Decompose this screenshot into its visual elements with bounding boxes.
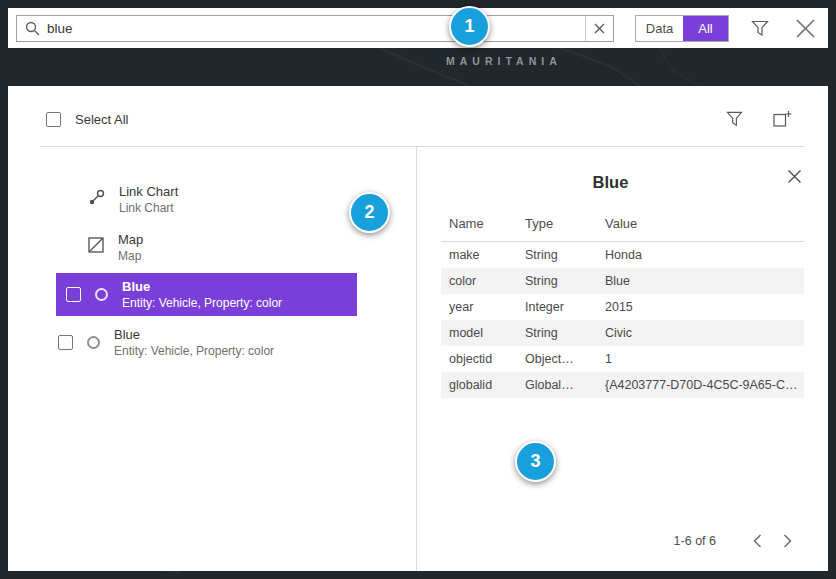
table-row[interactable]: color String Blue bbox=[441, 268, 804, 294]
item-checkbox[interactable] bbox=[66, 287, 81, 302]
table-header: Name Type Value bbox=[441, 212, 804, 242]
table-row[interactable]: objectid Object… 1 bbox=[441, 346, 804, 372]
item-title: Blue bbox=[114, 327, 274, 342]
detail-panel: Blue Name Type Value make String Hond bbox=[417, 147, 828, 571]
select-all-checkbox[interactable] bbox=[46, 112, 61, 127]
results-panel: Select All Link Chart bbox=[8, 86, 828, 571]
detail-close-icon[interactable] bbox=[787, 169, 802, 184]
cell-type: Global… bbox=[525, 378, 605, 392]
table-row[interactable]: model String Civic bbox=[441, 320, 804, 346]
link-chart-icon bbox=[88, 189, 105, 210]
attribute-table: Name Type Value make String Honda color … bbox=[441, 212, 804, 398]
list-item-map[interactable]: Map Map bbox=[8, 223, 416, 271]
clear-search-button[interactable] bbox=[586, 16, 613, 41]
cell-name: make bbox=[449, 248, 525, 262]
annotation-badge-2: 2 bbox=[349, 192, 390, 233]
cell-type: String bbox=[525, 248, 605, 262]
cell-name: model bbox=[449, 326, 525, 340]
scope-data-button[interactable]: Data bbox=[636, 16, 683, 41]
item-subtitle: Map bbox=[118, 249, 143, 263]
entity-circle-icon bbox=[95, 288, 108, 301]
search-toolbar: Data All bbox=[8, 8, 828, 48]
cell-name: globalid bbox=[449, 378, 525, 392]
pagination-label: 1-6 of 6 bbox=[674, 534, 716, 548]
cell-type: String bbox=[525, 326, 605, 340]
item-subtitle: Entity: Vehicle, Property: color bbox=[122, 296, 282, 310]
results-header: Select All bbox=[8, 86, 828, 128]
map-icon bbox=[88, 237, 104, 257]
filter-icon[interactable] bbox=[751, 20, 769, 37]
annotation-badge-3: 3 bbox=[515, 441, 556, 482]
cell-value: Civic bbox=[605, 326, 804, 340]
entity-circle-icon bbox=[87, 336, 100, 349]
cell-value: 1 bbox=[605, 352, 804, 366]
results-filter-icon[interactable] bbox=[726, 111, 743, 127]
cell-name: year bbox=[449, 300, 525, 314]
column-type: Type bbox=[525, 216, 605, 231]
item-subtitle: Link Chart bbox=[119, 201, 178, 215]
list-item-blue-selected[interactable]: Blue Entity: Vehicle, Property: color bbox=[56, 273, 357, 316]
cell-name: color bbox=[449, 274, 525, 288]
item-title: Blue bbox=[122, 279, 282, 294]
table-row[interactable]: year Integer 2015 bbox=[441, 294, 804, 320]
close-search-icon[interactable] bbox=[795, 18, 816, 39]
next-page-icon[interactable] bbox=[772, 529, 802, 553]
map-region-label: MAURITANIA bbox=[446, 55, 562, 67]
select-all-label: Select All bbox=[75, 112, 128, 127]
detail-title: Blue bbox=[405, 173, 816, 192]
cell-value: Honda bbox=[605, 248, 804, 262]
search-input[interactable] bbox=[47, 21, 585, 36]
cell-value: {A4203777-D70D-4C5C-9A65-C… bbox=[605, 378, 804, 392]
search-box bbox=[16, 15, 614, 42]
table-body: make String Honda color String Blue year… bbox=[441, 242, 804, 398]
cell-name: objectid bbox=[449, 352, 525, 366]
item-subtitle: Entity: Vehicle, Property: color bbox=[114, 344, 274, 358]
table-row[interactable]: make String Honda bbox=[441, 242, 804, 268]
column-value: Value bbox=[605, 216, 804, 231]
cell-type: Integer bbox=[525, 300, 605, 314]
item-checkbox[interactable] bbox=[58, 335, 73, 350]
list-item-blue[interactable]: Blue Entity: Vehicle, Property: color bbox=[8, 318, 416, 366]
item-title: Link Chart bbox=[119, 184, 178, 199]
column-name: Name bbox=[449, 216, 525, 231]
cell-value: 2015 bbox=[605, 300, 804, 314]
scope-all-button[interactable]: All bbox=[683, 16, 728, 41]
scope-segmented-control: Data All bbox=[635, 15, 729, 42]
search-icon bbox=[17, 21, 47, 36]
cell-type: String bbox=[525, 274, 605, 288]
previous-page-icon[interactable] bbox=[742, 529, 772, 553]
add-to-new-icon[interactable] bbox=[773, 110, 792, 128]
annotation-badge-1: 1 bbox=[449, 6, 490, 47]
app-window: MAURITANIA Data All Select All bbox=[0, 0, 836, 579]
table-row[interactable]: globalid Global… {A4203777-D70D-4C5C-9A6… bbox=[441, 372, 804, 398]
pagination: 1-6 of 6 bbox=[674, 529, 802, 553]
cell-type: Object… bbox=[525, 352, 605, 366]
cell-value: Blue bbox=[605, 274, 804, 288]
item-title: Map bbox=[118, 232, 143, 247]
